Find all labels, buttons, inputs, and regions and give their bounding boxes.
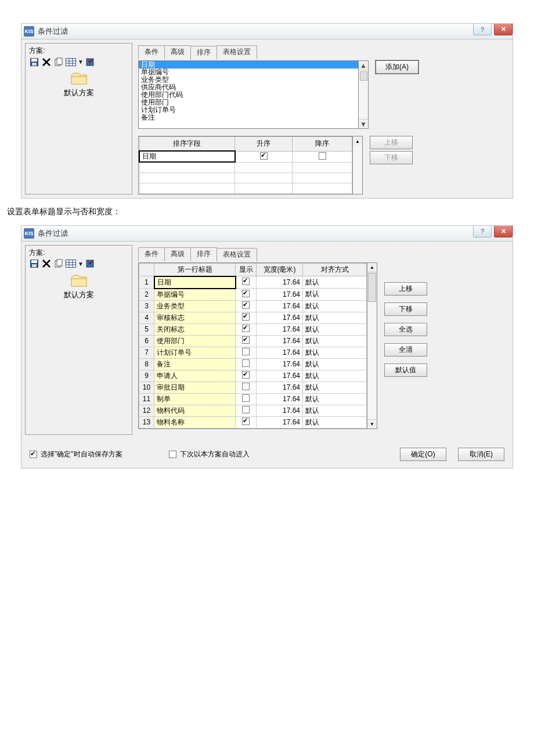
autosave-checkbox[interactable] — [30, 451, 37, 458]
app-icon: KIS — [24, 26, 34, 37]
show-checkbox[interactable] — [242, 348, 250, 355]
moveup-button[interactable]: 上移 — [370, 136, 413, 149]
fields-row[interactable]: 13物料名称17.64默认 — [139, 416, 367, 428]
grid-icon[interactable] — [66, 57, 76, 67]
scheme-item-default[interactable]: 默认方案 — [29, 73, 128, 98]
window-title: 条件过滤 — [38, 26, 68, 37]
help-button[interactable]: ? — [473, 226, 492, 237]
dialog-footer: 选择"确定"时自动保存方案 下次以本方案自动进入 确定(O) 取消(E) — [25, 435, 509, 465]
svg-rect-6 — [57, 58, 62, 64]
clearall-button[interactable]: 全清 — [384, 343, 427, 357]
scheme-label: 方案: — [29, 46, 128, 56]
fields-row[interactable]: 6使用部门17.64默认 — [139, 335, 367, 347]
fields-row[interactable]: 3业务类型17.64默认 — [139, 300, 367, 312]
autoopen-label: 下次以本方案自动进入 — [180, 449, 250, 459]
fields-row[interactable]: 4审核标志17.64默认 — [139, 312, 367, 323]
dropdown-icon[interactable]: ▼ — [78, 261, 84, 267]
show-checkbox[interactable] — [242, 406, 250, 413]
svg-rect-15 — [31, 260, 37, 263]
fields-row[interactable]: 11制单17.64默认 — [139, 393, 367, 405]
svg-rect-8 — [66, 59, 75, 66]
tab-advanced[interactable]: 高级 — [164, 247, 191, 261]
fields-row[interactable]: 2单据编号17.64默认 — [139, 289, 367, 301]
selectall-button[interactable]: 全选 — [384, 323, 427, 336]
tab-sort[interactable]: 排序 — [190, 46, 217, 60]
refresh-icon[interactable] — [85, 259, 96, 269]
tab-sort[interactable]: 排序 — [190, 247, 217, 261]
movedown-button[interactable]: 下移 — [370, 151, 413, 164]
fields-row[interactable]: 9申请人17.64默认 — [139, 370, 367, 381]
show-checkbox[interactable] — [242, 336, 250, 344]
fields-row[interactable]: 1日期17.64默认 — [139, 276, 367, 289]
sort-grid-scrollbar[interactable]: ▲ — [353, 136, 363, 195]
add-button[interactable]: 添加(A) — [376, 60, 418, 74]
grid-icon[interactable] — [66, 259, 76, 269]
folder-icon — [71, 73, 87, 85]
delete-icon[interactable] — [41, 57, 52, 67]
listbox-item[interactable]: 备注 — [139, 114, 358, 121]
tab-tablesetup[interactable]: 表格设置 — [217, 45, 257, 59]
fields-row[interactable]: 12物料代码17.64默认 — [139, 405, 367, 416]
sort-row[interactable] — [139, 162, 352, 172]
fields-grid-scrollbar[interactable]: ▲ ▼ — [367, 262, 377, 429]
scheme-item-label: 默认方案 — [64, 88, 94, 98]
fields-row[interactable]: 10审批日期17.64默认 — [139, 381, 367, 393]
cancel-button[interactable]: 取消(E) — [458, 448, 504, 461]
fields-grid[interactable]: 第一行标题 显示 宽度(毫米) 对齐方式 1日期17.64默认2单据编号17.6… — [138, 262, 367, 429]
svg-rect-1 — [31, 59, 37, 62]
svg-rect-2 — [32, 63, 37, 66]
sort-row[interactable] — [139, 183, 352, 193]
close-button[interactable]: ✕ — [494, 24, 513, 35]
sort-grid[interactable]: 排序字段 升序 降序 日期 — [138, 136, 353, 195]
save-icon[interactable] — [29, 259, 39, 269]
show-checkbox[interactable] — [242, 313, 250, 321]
copy-icon[interactable] — [53, 259, 64, 269]
tab-bar-1: 条件 高级 排序 表格设置 — [138, 45, 506, 59]
tab-tablesetup[interactable]: 表格设置 — [217, 248, 257, 262]
ok-button[interactable]: 确定(O) — [400, 448, 446, 461]
help-button[interactable]: ? — [473, 24, 492, 35]
fields-row[interactable]: 7计划订单号17.64默认 — [139, 347, 367, 358]
sort-row[interactable] — [139, 172, 352, 183]
scheme-item-label: 默认方案 — [64, 290, 94, 300]
show-checkbox[interactable] — [242, 301, 250, 309]
show-checkbox[interactable] — [242, 394, 250, 402]
save-icon[interactable] — [29, 57, 39, 67]
copy-icon[interactable] — [53, 57, 64, 67]
window-title: 条件过滤 — [38, 228, 68, 239]
show-checkbox[interactable] — [242, 278, 250, 285]
listbox-item[interactable]: 单据编号 — [139, 69, 358, 76]
show-checkbox[interactable] — [242, 325, 250, 332]
sort-header-asc: 升序 — [235, 137, 293, 152]
listbox-scrollbar[interactable]: ▲ ▼ — [359, 60, 369, 129]
close-button[interactable]: ✕ — [494, 226, 513, 237]
tab-advanced[interactable]: 高级 — [164, 45, 191, 59]
show-checkbox[interactable] — [242, 371, 250, 379]
tab-conditions[interactable]: 条件 — [138, 45, 165, 59]
scheme-item-default[interactable]: 默认方案 — [29, 275, 128, 300]
listbox-item[interactable]: 日期 — [139, 61, 358, 69]
sort-header-desc: 降序 — [293, 137, 352, 152]
sort-row[interactable]: 日期 — [139, 151, 352, 162]
svg-rect-16 — [32, 264, 37, 267]
tab-conditions[interactable]: 条件 — [138, 247, 165, 261]
caption-between: 设置表单标题显示与否和宽度： — [0, 199, 534, 225]
autoopen-checkbox[interactable] — [169, 451, 176, 458]
fields-header-width: 宽度(毫米) — [257, 263, 303, 276]
fields-row[interactable]: 5关闭标志17.64默认 — [139, 323, 367, 335]
delete-icon[interactable] — [41, 259, 52, 269]
listbox-item[interactable]: 使用部门代码 — [139, 91, 358, 99]
show-checkbox[interactable] — [242, 359, 250, 367]
moveup-button[interactable]: 上移 — [384, 282, 427, 296]
show-checkbox[interactable] — [242, 290, 250, 297]
movedown-button[interactable]: 下移 — [384, 303, 427, 316]
fields-row[interactable]: 8备注17.64默认 — [139, 358, 367, 370]
show-checkbox[interactable] — [242, 417, 250, 425]
refresh-icon[interactable] — [85, 57, 96, 67]
titlebar-1: KIS 条件过滤 ? ✕ — [21, 23, 513, 39]
default-button[interactable]: 默认值 — [384, 363, 427, 377]
fields-listbox[interactable]: 日期单据编号业务类型供应商代码使用部门代码使用部门计划订单号备注 — [138, 60, 359, 129]
show-checkbox[interactable] — [242, 383, 250, 390]
dropdown-icon[interactable]: ▼ — [78, 59, 84, 65]
listbox-item[interactable]: 计划订单号 — [139, 106, 358, 114]
